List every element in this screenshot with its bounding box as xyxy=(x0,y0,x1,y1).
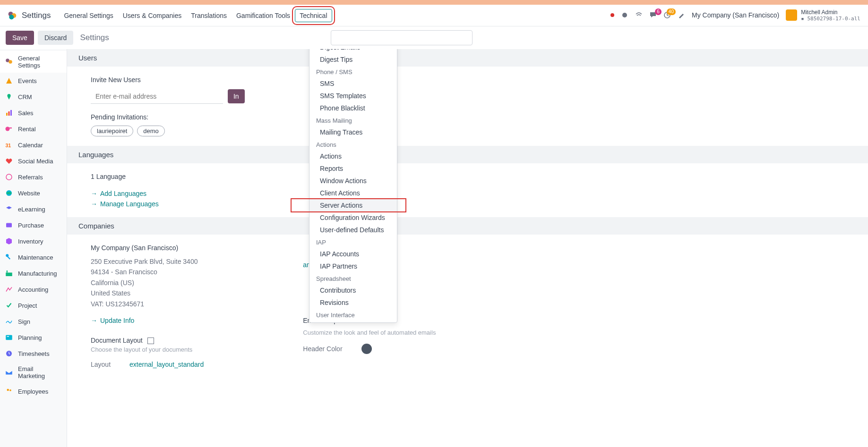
color-swatch[interactable] xyxy=(361,344,372,354)
bug-icon[interactable] xyxy=(621,11,628,19)
svg-rect-21 xyxy=(6,335,12,340)
app-title[interactable]: Settings xyxy=(22,11,51,20)
sidebar-item-timesheets[interactable]: Timesheets xyxy=(0,346,67,362)
sidebar-item-website[interactable]: Website xyxy=(0,185,67,201)
dropdown-section-mail: Mass Mailing xyxy=(309,114,397,126)
dropdown-item-iap-partners[interactable]: IAP Partners xyxy=(309,260,397,272)
events-icon xyxy=(5,76,13,85)
sidebar-item-sales[interactable]: Sales xyxy=(0,105,67,121)
svg-point-17 xyxy=(6,254,9,257)
sidebar-item-crm[interactable]: CRM xyxy=(0,89,67,105)
sidebar-item-purchase[interactable]: Purchase xyxy=(0,217,67,233)
svg-point-10 xyxy=(6,127,10,131)
crm-icon xyxy=(5,93,13,101)
dropdown-section-ui: User Interface xyxy=(309,309,397,320)
company-address: 250 Executive Park Blvd, Suite 3400 9413… xyxy=(91,256,204,309)
nav-users-companies[interactable]: Users & Companies xyxy=(118,9,187,22)
sidebar-item-inventory[interactable]: Inventory xyxy=(0,233,67,249)
svg-point-24 xyxy=(7,389,9,391)
dropdown-item-window-actions[interactable]: Window Actions xyxy=(309,175,397,187)
messages-icon[interactable]: 6 xyxy=(649,11,657,19)
nav-gamification[interactable]: Gamification Tools xyxy=(232,9,295,22)
activities-icon[interactable]: 40 xyxy=(663,11,671,19)
pending-tag[interactable]: lauriepoiret xyxy=(91,126,133,136)
gear-icon xyxy=(5,58,13,66)
pending-label: Pending Invitations: xyxy=(91,113,245,121)
dropdown-item-phone-blacklist[interactable]: Phone Blacklist xyxy=(309,102,397,114)
nav-technical[interactable]: Technical xyxy=(295,9,332,22)
pending-tag[interactable]: demo xyxy=(137,126,165,136)
dropdown-item-server-actions[interactable]: Server Actions xyxy=(309,199,397,211)
sidebar-item-manufacturing[interactable]: Manufacturing xyxy=(0,265,67,281)
dropdown-item-actions[interactable]: Actions xyxy=(309,150,397,162)
project-icon xyxy=(5,301,13,310)
search-input[interactable] xyxy=(331,30,473,45)
dropdown-item-client-actions[interactable]: Client Actions xyxy=(309,187,397,199)
sidebar-item-maintenance[interactable]: Maintenance xyxy=(0,249,67,265)
tools-icon[interactable] xyxy=(678,11,685,19)
user-name: Mitchell Admin xyxy=(801,9,860,16)
settings-sidebar: General Settings Events CRM Sales Rental… xyxy=(0,49,67,447)
sidebar-item-employees[interactable]: Employees xyxy=(0,383,67,399)
wifi-icon[interactable] xyxy=(635,11,643,19)
svg-point-6 xyxy=(9,60,12,64)
dropdown-item-sms[interactable]: SMS xyxy=(309,77,397,90)
dropdown-item-user-defaults[interactable]: User-defined Defaults xyxy=(309,224,397,236)
recording-indicator-icon xyxy=(610,13,614,17)
sidebar-item-social[interactable]: Social Media xyxy=(0,153,67,169)
sidebar-item-email-marketing[interactable]: Email Marketing xyxy=(0,362,67,383)
manufacturing-icon xyxy=(5,269,13,278)
dropdown-item-sms-templates[interactable]: SMS Templates xyxy=(309,90,397,102)
invite-button[interactable]: In xyxy=(228,89,245,103)
section-languages-header: Languages xyxy=(67,146,868,163)
referrals-icon xyxy=(5,173,13,181)
update-info-link[interactable]: → Update Info xyxy=(91,317,134,324)
nav-translations[interactable]: Translations xyxy=(186,9,232,22)
dropdown-section-spreadsheet: Spreadsheet xyxy=(309,272,397,284)
dropdown-item-mailing-traces[interactable]: Mailing Traces xyxy=(309,126,397,138)
employees-icon xyxy=(5,387,13,396)
email-input[interactable] xyxy=(91,89,223,104)
svg-point-3 xyxy=(622,13,627,17)
dropdown-item-digest-tips[interactable]: Digest Tips xyxy=(309,53,397,66)
layout-value[interactable]: external_layout_standard xyxy=(129,361,204,368)
section-companies-header: Companies xyxy=(67,217,868,235)
dropdown-item-contributors[interactable]: Contributors xyxy=(309,284,397,296)
manage-languages-link[interactable]: → Manage Languages xyxy=(91,200,159,208)
add-languages-link[interactable]: → Add Languages xyxy=(91,190,146,197)
accounting-icon xyxy=(5,285,13,294)
nav-general-settings[interactable]: General Settings xyxy=(59,9,118,22)
svg-point-25 xyxy=(9,389,11,391)
discard-button[interactable]: Discard xyxy=(38,31,73,45)
email-icon xyxy=(5,368,13,377)
sidebar-item-project[interactable]: Project xyxy=(0,297,67,313)
layout-label: Layout xyxy=(91,361,111,368)
sidebar-item-planning[interactable]: Planning xyxy=(0,329,67,346)
doc-layout-subtext: Choose the layout of your documents xyxy=(91,346,204,353)
dropdown-item-config-wizards[interactable]: Configuration Wizards xyxy=(309,211,397,224)
dropdown-item-reports[interactable]: Reports xyxy=(309,162,397,175)
messages-badge: 6 xyxy=(655,8,662,15)
sign-icon xyxy=(5,317,13,326)
sidebar-item-events[interactable]: Events xyxy=(0,73,67,89)
company-selector[interactable]: My Company (San Francisco) xyxy=(692,11,779,19)
language-count: 1 Language xyxy=(91,173,857,180)
planning-icon xyxy=(5,333,13,342)
dropdown-item-revisions[interactable]: Revisions xyxy=(309,296,397,309)
dropdown-item-iap-accounts[interactable]: IAP Accounts xyxy=(309,248,397,260)
dropdown-section-actions: Actions xyxy=(309,138,397,150)
sidebar-item-accounting[interactable]: Accounting xyxy=(0,281,67,297)
svg-rect-18 xyxy=(7,256,10,260)
sidebar-item-rental[interactable]: Rental xyxy=(0,121,67,137)
sidebar-item-elearning[interactable]: eLearning xyxy=(0,201,67,217)
dropdown-item-digest-emails[interactable]: Digest Emails xyxy=(309,49,397,53)
sidebar-item-calendar[interactable]: 31Calendar xyxy=(0,137,67,153)
sidebar-item-referrals[interactable]: Referrals xyxy=(0,169,67,185)
svg-point-2 xyxy=(9,15,14,19)
sidebar-item-general-settings[interactable]: General Settings xyxy=(0,51,67,73)
odoo-logo-icon xyxy=(8,11,17,20)
sidebar-item-sign[interactable]: Sign xyxy=(0,313,67,329)
user-menu[interactable]: Mitchell Admin ▪ 58502798-17-0-all xyxy=(786,9,860,22)
save-button[interactable]: Save xyxy=(6,31,34,45)
main-header: Settings General Settings Users & Compan… xyxy=(0,5,868,26)
